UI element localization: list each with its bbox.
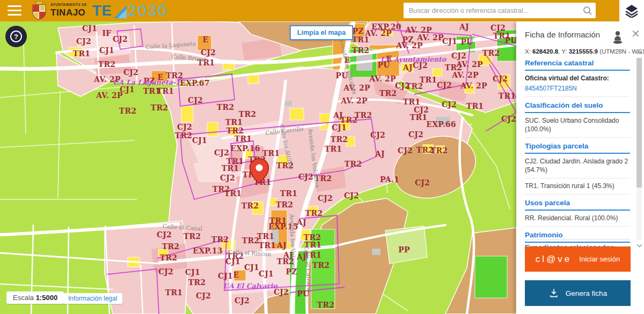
zone-label: TR1 — [157, 87, 174, 95]
zone-label: CJ1 — [225, 257, 240, 266]
item-text: SUC. Suelo Urbano Consolidado (100.0%) — [525, 116, 630, 133]
zone-label: AJ — [283, 251, 293, 259]
zone-label: TR1 — [403, 98, 420, 106]
street-view-person-icon[interactable] — [612, 31, 624, 47]
clave-logo: cl@ve — [536, 254, 572, 265]
zone-label: TR2 — [482, 49, 500, 57]
clear-map-button[interactable]: Limpia el mapa — [290, 25, 353, 40]
zone-label: TR2 — [312, 261, 330, 270]
catastro-reference-link[interactable]: 8454507FT2185N — [525, 85, 577, 92]
section-item: TR1. Transición rural 1 (45.3%) — [525, 178, 630, 195]
street-label: Calle Brocal — [171, 53, 207, 63]
zone-label: CJ2 — [220, 174, 235, 182]
zone-label: TR2 — [277, 257, 294, 266]
brand-te: TE — [92, 3, 112, 19]
zone-label: TR2 — [226, 126, 244, 135]
zone-label: CJ2 — [501, 115, 516, 123]
section-heading: Clasificación del suelo — [525, 101, 630, 113]
zone-label: CJ2 — [158, 267, 173, 276]
zone-label: TR2 — [355, 111, 372, 119]
map-viewport[interactable]: CJ1IFCJ2CJ2CJ1TR1TR2CJ2AV. 2PPZETR2EXP.6… — [0, 21, 516, 314]
zone-label: TR1 — [280, 189, 297, 198]
zone-label: AJ — [297, 218, 306, 227]
zone-label: AV. 2P — [396, 41, 422, 50]
zone-label: TR1 — [235, 134, 252, 143]
zone-label: AJ — [297, 252, 306, 261]
zone-label: CJ2 — [442, 100, 457, 109]
scrollbar-thumb[interactable] — [636, 58, 642, 188]
zone-label: AJ — [333, 111, 343, 119]
search-input[interactable] — [404, 7, 580, 14]
close-icon[interactable]: ✕ — [631, 28, 640, 39]
zone-label: TR1 — [197, 58, 215, 67]
panel-sections: Referencia catastralOficina virtual del … — [525, 58, 630, 245]
generate-report-button[interactable]: Genera ficha — [525, 280, 631, 306]
zone-label: TR1 — [269, 216, 287, 225]
zone-label: CJ2 — [414, 106, 429, 114]
zone-label: CJ2 — [214, 148, 229, 157]
clave-login-button[interactable]: cl@ve Iniciar sesión — [525, 246, 631, 272]
zone-label: TR1 — [165, 288, 182, 297]
zone-label: CJ2 — [437, 81, 452, 89]
zone-label: CJ2 — [123, 68, 138, 77]
scroll-down-icon[interactable] — [637, 242, 642, 248]
clave-login-label: Iniciar sesión — [579, 255, 620, 263]
zone-label: CJ1 — [82, 24, 97, 33]
zone-label: CJ2 — [370, 131, 385, 139]
section-item: SUC. Suelo Urbano Consolidado (100.0%) — [525, 113, 630, 138]
street-label: Calle el Canal — [163, 222, 203, 231]
top-header: AYUNTAMIENTO DE TINAJO TE 2030 — [0, 0, 644, 21]
zone-label: TR1 — [262, 149, 280, 158]
zone-label: TR1 — [143, 87, 160, 95]
zone-label: TR2 — [119, 107, 136, 115]
street-label: Avenida los Volcanes — [307, 128, 320, 188]
scale-value: 1:5000 — [36, 294, 57, 302]
zone-label: CJ1 — [99, 46, 114, 55]
help-button[interactable]: ? — [5, 26, 27, 47]
panel-scrollbar[interactable] — [636, 58, 642, 240]
section-item: RR. Residencial. Rural (100.0%) — [525, 211, 630, 227]
zone-label: EXP.13 — [193, 246, 222, 255]
section-heading: Referencia catastral — [525, 59, 630, 71]
zone-label: CJ1 — [332, 123, 347, 132]
zone-label: TR2 — [151, 103, 168, 112]
zone-label: CJ2 — [274, 288, 289, 296]
zone-label: CJ1 — [218, 272, 233, 280]
zone-label: TR1 — [304, 241, 321, 249]
zone-label: AV. 2P — [456, 60, 482, 69]
zone-label: PU — [297, 289, 309, 298]
zone-label: PU — [335, 71, 348, 80]
search-icon[interactable] — [580, 3, 596, 18]
zone-label: TR2 — [98, 60, 115, 69]
street-label: Calle el Calvario — [303, 245, 313, 293]
legal-info-button[interactable]: Información legal — [63, 293, 122, 304]
street-label: Calle los Altillos — [279, 124, 295, 170]
zone-label: TR2 — [213, 185, 230, 193]
zone-label: CJ1 — [244, 263, 259, 272]
street-label: Avenida los Volcanes — [338, 36, 358, 95]
zone-label: PZ — [402, 35, 413, 44]
zone-label: E — [203, 35, 209, 44]
zone-label: TR2 — [226, 252, 244, 260]
zone-label: TR2 — [160, 253, 177, 262]
zone-label: TR2 — [184, 232, 201, 241]
zone-label: TR2 — [188, 278, 206, 287]
zone-label: TR1 — [499, 92, 516, 100]
zone-label: AJ — [277, 241, 287, 250]
layers-button[interactable] — [619, 0, 644, 21]
info-panel: Ficha de Información ✕ X: 628420.8, Y: 3… — [516, 21, 644, 314]
zone-label: E — [233, 271, 239, 279]
menu-icon[interactable] — [8, 5, 21, 16]
item-text: TR1. Transición rural 1 (45.3%) — [525, 182, 630, 190]
zone-label: AV. 2P — [96, 91, 122, 100]
zone-label: TR1 — [420, 76, 437, 84]
zone-label: AV. 2P — [452, 71, 478, 79]
zone-label: TR1 — [466, 102, 484, 110]
zone-label: TR2 — [406, 82, 423, 91]
zone-label: TR1 — [222, 164, 239, 173]
zone-label: EXP.16 — [230, 144, 260, 153]
zone-label: PZ — [286, 267, 297, 276]
panel-title: Ficha de Información — [525, 30, 600, 39]
coord-x: 628420.8 — [532, 48, 558, 55]
zone-label: AV. 2P — [405, 26, 431, 34]
